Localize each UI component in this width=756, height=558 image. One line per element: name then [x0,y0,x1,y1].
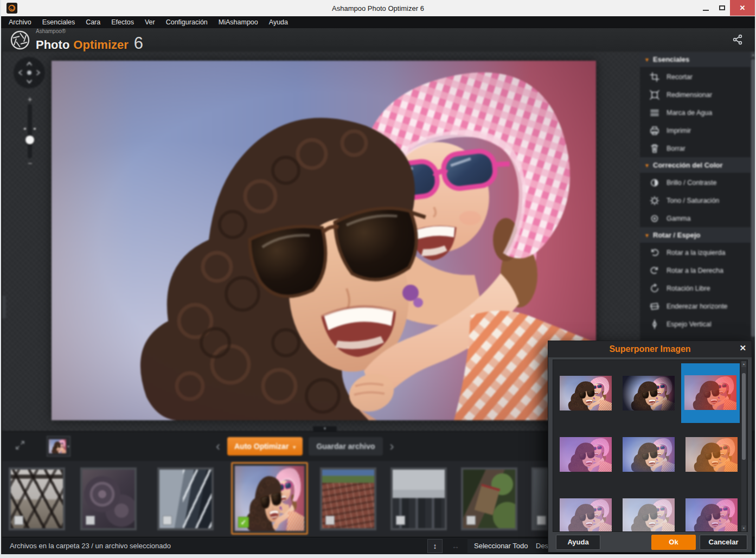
dialog-ok-button[interactable]: Ok [651,535,696,550]
sidebar-item-enderezar-horizonte[interactable]: Enderezar horizonte [640,297,751,315]
reorder-updown-button[interactable]: ↕ [427,539,443,553]
thumb-checkbox[interactable] [325,516,335,525]
reorder-leftright-icon: ↔ [448,539,463,553]
zoom-tick-marks [24,128,36,130]
pan-navigator[interactable] [14,57,45,88]
variant-dark-frame[interactable] [623,376,675,411]
save-file-button[interactable]: Guardar archivo [309,437,382,456]
straighten-icon [650,302,662,311]
dialog-title: Superponer Imagen [609,344,690,354]
sidebar-item-borrar[interactable]: Borrar [640,139,751,157]
zoom-track[interactable] [28,104,32,158]
scroll-up-icon[interactable]: ▴ [751,52,756,58]
auto-optimize-button[interactable]: Auto Optimizar▾ [227,437,303,456]
scroll-up-icon[interactable]: ▴ [741,361,746,367]
share-icon[interactable] [732,34,743,47]
sidebar-scroll-thumb[interactable] [751,59,755,337]
menu-miashampoo[interactable]: MiAshampoo [213,16,264,28]
menu-cara[interactable]: Cara [80,16,106,28]
sidebar-item-recortar[interactable]: Recortar [640,68,751,86]
thumb-checkbox-checked[interactable]: ✓ [238,517,249,528]
section-caret-icon: ▾ [645,56,649,63]
brand-product2: Optimizer [73,39,128,51]
select-all-button[interactable]: Seleccionar Todo [467,539,535,553]
variant-purple-pink[interactable] [560,437,612,472]
filmstrip-thumb-bridge[interactable] [9,467,65,530]
variant-warm-red-selected[interactable] [684,375,736,410]
section-esenciales[interactable]: ▾ Esenciales [640,52,751,68]
thumb-checkbox[interactable] [466,516,476,525]
gamma-icon [650,214,662,223]
watermark-icon [650,108,662,118]
dialog-title-bar: Superponer Imagen ✕ [548,341,752,357]
filmstrip-thumb-birdhouse[interactable] [461,467,517,530]
thumb-checkbox[interactable] [396,516,405,525]
sidebar-item-rotacion-libre[interactable]: Rotación Libre [640,279,751,297]
dialog-close-icon[interactable]: ✕ [739,343,746,353]
filmstrip-thumb-pier[interactable] [157,467,214,530]
title-bar: Ashampoo Photo Optimizer 6 ✕ [1,0,755,16]
pan-right-icon [37,70,40,75]
filmstrip-thumb-city-skyline[interactable] [390,467,447,530]
section-correccion-color[interactable]: ▾ Corrección del Color [640,157,751,174]
preview-dropdown-icon[interactable]: ▾ [67,444,69,449]
thumb-checkbox[interactable] [14,516,23,525]
menu-ayuda[interactable]: Ayuda [264,16,293,28]
sidebar-item-gamma[interactable]: Gamma [640,209,751,227]
variant-selected-highlight [681,363,740,423]
pan-center-icon [27,70,31,75]
filmstrip-thumb-machinery[interactable] [80,467,137,530]
thumb-checkbox[interactable] [163,516,172,525]
filmstrip-thumb-selected[interactable]: ✓ [231,462,308,535]
zoom-out-button[interactable]: − [22,160,38,166]
close-button[interactable]: ✕ [730,0,755,16]
sidebar-item-tono-saturacion[interactable]: Tono / Saturación [640,191,751,209]
next-image-button[interactable]: › [389,437,395,456]
maximize-button[interactable] [714,0,730,16]
print-icon [650,126,662,136]
sidebar-item-rotar-derecha[interactable]: Rotar a la Derecha [640,261,751,279]
sidebar-item-espejo-vertical[interactable]: Espejo Vertical [640,315,751,333]
sidebar-item-marca-de-agua[interactable]: Marca de Agua [640,104,751,121]
variant-pale-blue[interactable] [623,498,675,532]
minimize-button[interactable] [697,0,714,16]
scroll-down-icon[interactable]: ▾ [741,525,746,531]
menu-efectos[interactable]: Efectos [106,16,139,28]
dialog-help-button[interactable]: Ayuda [556,535,600,550]
thumb-checkbox[interactable] [537,516,546,525]
thumb-checkbox[interactable] [86,516,95,525]
dialog-cancel-button[interactable]: Cancelar [700,535,747,550]
menu-esenciales[interactable]: Esenciales [37,16,80,28]
dialog-scroll-thumb[interactable] [742,373,746,460]
app-window: Ashampoo Photo Optimizer 6 ✕ Archivo Ese… [0,0,756,558]
zoom-slider: + − [22,96,38,166]
pan-up-icon [27,62,31,65]
variant-orange-warm[interactable] [685,437,738,472]
zoom-in-button[interactable]: + [22,96,38,102]
variant-blue-vignette[interactable] [623,437,675,472]
menu-archivo[interactable]: Archivo [3,16,37,28]
sidebar-item-imprimir[interactable]: Imprimir [640,121,751,139]
menu-ver[interactable]: Ver [139,16,161,28]
sidebar-item-redimensionar[interactable]: Redimensionar [640,86,751,104]
left-panel-handle[interactable] [2,296,6,318]
auto-optimize-dropdown-icon[interactable]: ▾ [293,444,296,450]
section-rotar-espejo[interactable]: ▾ Rotar / Espejo [640,227,751,243]
previous-image-button[interactable]: ‹ [215,437,221,456]
variant-lavender[interactable] [560,498,612,532]
pan-left-icon [19,70,22,75]
variant-original[interactable] [560,376,612,411]
flip-vertical-icon [650,319,662,329]
filmstrip-thumb-brick-wall[interactable] [320,467,376,530]
fullscreen-icon[interactable] [15,440,25,452]
compare-preview-button[interactable]: ▾ [47,436,71,457]
superponer-imagen-dialog: Superponer Imagen ✕ [548,341,752,553]
menu-configuracion[interactable]: Configuración [161,16,213,28]
zoom-handle[interactable] [25,136,34,144]
shutter-logo-icon [10,30,30,50]
sidebar-item-brillo-contraste[interactable]: Brillo / Contraste [640,174,751,191]
sidebar-item-rotar-izquierda[interactable]: Rotar a la izquierda [640,243,751,261]
resize-icon [650,90,662,100]
dialog-scrollbar[interactable]: ▴ ▾ [741,361,746,531]
variant-blue-pink[interactable] [685,498,738,532]
